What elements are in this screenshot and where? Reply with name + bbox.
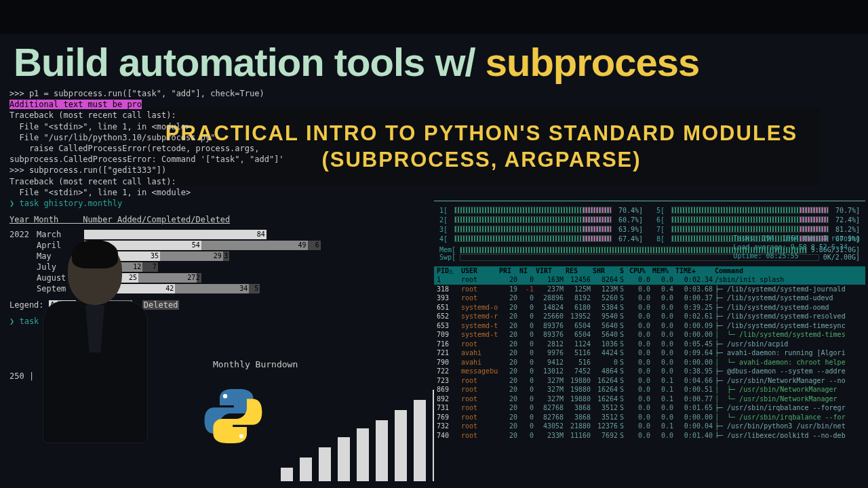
process-row: 709systemd-t2008937665045640S0.00.00:00.…: [434, 330, 865, 340]
process-row: 1root200163M124568264S0.00.00:02.34/sbin…: [434, 275, 865, 285]
svg-point-0: [223, 394, 227, 398]
cpu-meter: 4[67.4%]: [439, 234, 643, 243]
process-header: PID△USERPRINIVIRTRESSHRSCPU%MEM%TIME+Com…: [434, 266, 865, 275]
cpu-meter: 6[72.4%]: [656, 215, 860, 224]
process-row: 723root200327M1988016264S0.00.10:04.66├─…: [434, 376, 865, 386]
column-header: PRI: [499, 267, 519, 274]
python-logo-icon: [203, 386, 263, 446]
title-part-1: Build automation tools w/: [14, 40, 486, 84]
highlighted-text: Additional text must be pro: [9, 99, 423, 110]
code-line: >>> p1 = subprocess.run(["task", "add"],…: [9, 88, 423, 99]
chart-bar: [281, 468, 293, 481]
main-title: Build automation tools w/ subprocess: [14, 39, 854, 85]
chart-bar: [414, 400, 426, 481]
process-row: 652systemd-r20025660139529540S0.00.00:02…: [434, 312, 865, 321]
swap-label: Swp[: [439, 253, 460, 261]
chart-bar: [319, 447, 331, 481]
process-row: 393root2002889681925260S0.00.00:00.37├─ …: [434, 293, 865, 303]
load-stat: Load average: 9.58 8.52 6.34: [733, 243, 860, 251]
presenter-head: [68, 244, 122, 305]
column-header: USER: [461, 267, 499, 274]
cpu-meter: 3[63.9%]: [439, 224, 643, 234]
history-header: Year Month Number Added/Completed/Delete…: [9, 214, 423, 225]
column-header: TIME+: [675, 267, 715, 274]
history-row: 2022March 84: [9, 229, 423, 240]
process-row: 790avahi20094125160S0.00.00:00.00│ └─ av…: [434, 358, 865, 367]
traceback-line: File "/usr/lib/python3.10/subprocess.py": [9, 132, 423, 143]
chart-title: Monthly Burndown: [213, 359, 298, 369]
traceback-line: raise CalledProcessError(retcode, proces…: [9, 143, 423, 154]
mem-label: Mem[: [439, 246, 460, 253]
column-header: PID△: [437, 267, 461, 274]
traceback-line: Traceback (most recent call last):: [9, 110, 423, 121]
process-list: 1root200163M124568264S0.00.00:02.34/sbin…: [434, 275, 865, 438]
column-header: Command: [715, 267, 863, 274]
column-header: RES: [566, 267, 593, 274]
chart-bars: [281, 390, 445, 481]
process-row: 722messagebu2001301274524864S0.00.00:38.…: [434, 367, 865, 376]
code-line: >>> subprocess.run(["gedit333"]): [9, 165, 423, 176]
column-header: S: [620, 267, 629, 274]
traceback-line: File "<stdin>", line 1, in <module>: [9, 121, 423, 132]
process-row: 721avahi200997651164424S0.00.00:09.64├─ …: [434, 348, 865, 358]
presenter-photo: [41, 244, 149, 447]
top-fade: [0, 0, 868, 34]
process-row: 318root19-1237M125M123MS0.00.40:03.68├─ …: [434, 285, 865, 294]
process-row: 869root200327M1988016264S0.00.10:00.51│ …: [434, 385, 865, 394]
column-header: SHR: [593, 267, 620, 274]
chart-bar: [395, 410, 407, 481]
cpu-meter: 5[70.7%]: [656, 205, 860, 215]
chart-bar: [300, 458, 312, 481]
process-row: 732root200430522188012376S0.00.10:00.04├…: [434, 422, 865, 431]
process-row: 892root200327M1988016264S0.00.10:00.77│ …: [434, 394, 865, 404]
cpu-meter: 7[81.2%]: [656, 224, 860, 234]
column-header: MEM%: [652, 267, 675, 274]
traceback-line: File "<stdin>", line 1, in <module>: [9, 187, 423, 198]
title-part-2: subprocess: [486, 40, 700, 84]
traceback-line: subprocess.CalledProcessError: Command '…: [9, 154, 423, 165]
htop-panel: 1[70.4%]2[60.7%]3[63.9%]4[67.4%] 5[70.7%…: [434, 201, 865, 485]
thumbnail-stage: >>> p1 = subprocess.run(["task", "add"],…: [0, 0, 868, 488]
column-header: VIRT: [536, 267, 566, 274]
cpu-meter: 2[60.7%]: [439, 215, 643, 224]
tasks-stat: Tasks: 194, 1064 thr; 8 running: [733, 234, 860, 243]
process-row: 651systemd-o2001482461805384S0.00.00:39.…: [434, 303, 865, 312]
process-row: 653systemd-t2008937665045640S0.00.00:00.…: [434, 321, 865, 331]
process-row: 769root2008276838683512S0.00.00:00.00│ └…: [434, 413, 865, 422]
svg-point-1: [239, 434, 243, 438]
column-header: CPU%: [629, 267, 652, 274]
process-row: 716root200281211241036S0.00.00:05.45├─ /…: [434, 340, 865, 349]
chart-bar: [338, 437, 350, 481]
column-header: NI: [519, 267, 536, 274]
chart-bar: [357, 428, 369, 481]
htop-stats: Tasks: 194, 1064 thr; 8 running Load ave…: [733, 234, 860, 260]
process-row: 740root200233M111607692S0.00.00:01.40├─ …: [434, 431, 865, 439]
y-axis-label: 250 |: [9, 371, 34, 381]
uptime-stat: Uptime: 08:25:55: [733, 251, 860, 260]
shell-prompt: ❯ task ghistory.monthly: [9, 198, 423, 209]
cpu-meter: 1[70.4%]: [439, 205, 643, 215]
chart-bar: [376, 420, 388, 481]
traceback-line: Traceback (most recent call last):: [9, 176, 423, 187]
process-row: 731root2008276838683512S0.00.00:01.65├─ …: [434, 403, 865, 413]
